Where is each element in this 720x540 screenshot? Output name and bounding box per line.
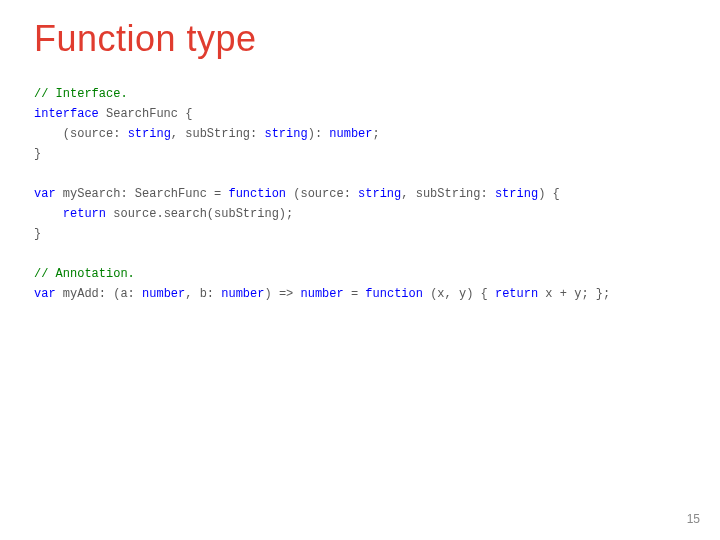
code-keyword: function (228, 187, 286, 201)
code-type: number (221, 287, 264, 301)
code-type: string (495, 187, 538, 201)
slide: Function type // Interface. interface Se… (0, 0, 720, 304)
code-comment: // Interface. (34, 87, 128, 101)
code-text: } (34, 227, 41, 241)
code-type: number (142, 287, 185, 301)
code-block: // Interface. interface SearchFunc { (so… (34, 84, 686, 304)
code-text: , subString: (171, 127, 265, 141)
code-text: (x, y) { (423, 287, 495, 301)
code-keyword: return (495, 287, 538, 301)
code-keyword: var (34, 187, 56, 201)
code-text (34, 207, 63, 221)
code-text: , subString: (401, 187, 495, 201)
page-number: 15 (687, 512, 700, 526)
code-keyword: interface (34, 107, 99, 121)
code-keyword: function (365, 287, 423, 301)
code-text: (source: (34, 127, 128, 141)
code-text: ) { (538, 187, 560, 201)
code-text: ): (308, 127, 330, 141)
code-text: SearchFunc { (99, 107, 193, 121)
code-keyword: return (63, 207, 106, 221)
code-text: ; (373, 127, 380, 141)
code-text: ) => (264, 287, 300, 301)
code-keyword: var (34, 287, 56, 301)
code-type: string (128, 127, 171, 141)
code-text: x + y; }; (538, 287, 610, 301)
code-comment: // Annotation. (34, 267, 135, 281)
code-type: number (329, 127, 372, 141)
code-text: = (344, 287, 366, 301)
code-text: myAdd: (a: (56, 287, 142, 301)
code-type: number (301, 287, 344, 301)
code-text: } (34, 147, 41, 161)
code-text: mySearch: SearchFunc = (56, 187, 229, 201)
code-text: (source: (286, 187, 358, 201)
code-type: string (264, 127, 307, 141)
code-text: , b: (185, 287, 221, 301)
slide-title: Function type (34, 18, 686, 60)
code-text: source.search(subString); (106, 207, 293, 221)
code-type: string (358, 187, 401, 201)
